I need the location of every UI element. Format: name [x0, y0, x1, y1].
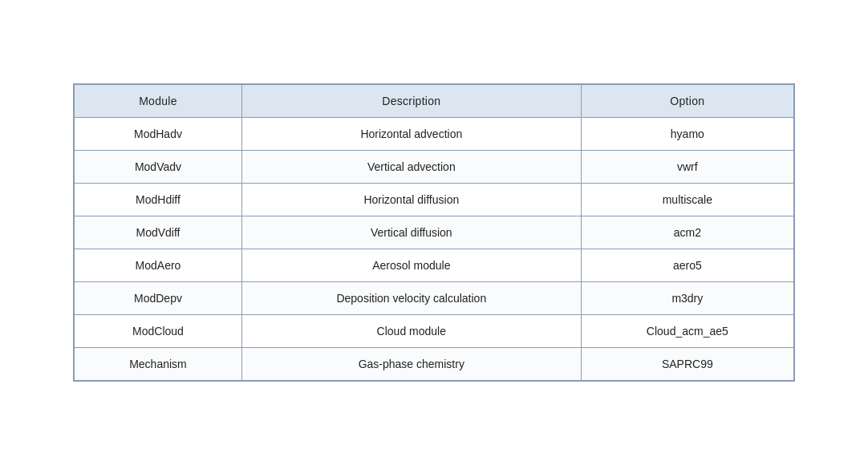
table-row: ModCloudCloud moduleCloud_acm_ae5	[75, 315, 794, 348]
cell-description: Vertical diffusion	[241, 216, 581, 249]
table-row: ModHdiffHorizontal diffusionmultiscale	[75, 184, 794, 216]
cell-module: ModHdiff	[75, 184, 242, 216]
table-row: ModAeroAerosol moduleaero5	[75, 249, 794, 282]
table-row: ModHadvHorizontal advectionhyamo	[75, 118, 794, 151]
cell-description: Vertical advection	[241, 151, 581, 184]
cell-option: multiscale	[581, 184, 793, 216]
cell-module: ModVadv	[75, 151, 242, 184]
col-header-description: Description	[241, 85, 581, 118]
cell-option: acm2	[581, 216, 793, 249]
cell-option: aero5	[581, 249, 793, 282]
cell-option: hyamo	[581, 118, 793, 151]
cell-description: Cloud module	[241, 315, 581, 348]
table-row: MechanismGas-phase chemistrySAPRC99	[75, 348, 794, 381]
cell-description: Horizontal diffusion	[241, 184, 581, 216]
col-header-option: Option	[581, 85, 793, 118]
cell-description: Deposition velocity calculation	[241, 282, 581, 315]
cell-option: vwrf	[581, 151, 793, 184]
cell-option: Cloud_acm_ae5	[581, 315, 793, 348]
col-header-module: Module	[75, 85, 242, 118]
module-table: Module Description Option ModHadvHorizon…	[73, 83, 795, 382]
cell-module: ModDepv	[75, 282, 242, 315]
cell-option: SAPRC99	[581, 348, 793, 381]
cell-module: ModAero	[75, 249, 242, 282]
table-row: ModVadvVertical advectionvwrf	[75, 151, 794, 184]
cell-module: ModHadv	[75, 118, 242, 151]
table-row: ModDepvDeposition velocity calculationm3…	[75, 282, 794, 315]
table-header-row: Module Description Option	[75, 85, 794, 118]
table-row: ModVdiffVertical diffusionacm2	[75, 216, 794, 249]
cell-description: Horizontal advection	[241, 118, 581, 151]
cell-description: Gas-phase chemistry	[241, 348, 581, 381]
cell-module: ModCloud	[75, 315, 242, 348]
cell-option: m3dry	[581, 282, 793, 315]
cell-module: ModVdiff	[75, 216, 242, 249]
cell-description: Aerosol module	[241, 249, 581, 282]
cell-module: Mechanism	[75, 348, 242, 381]
